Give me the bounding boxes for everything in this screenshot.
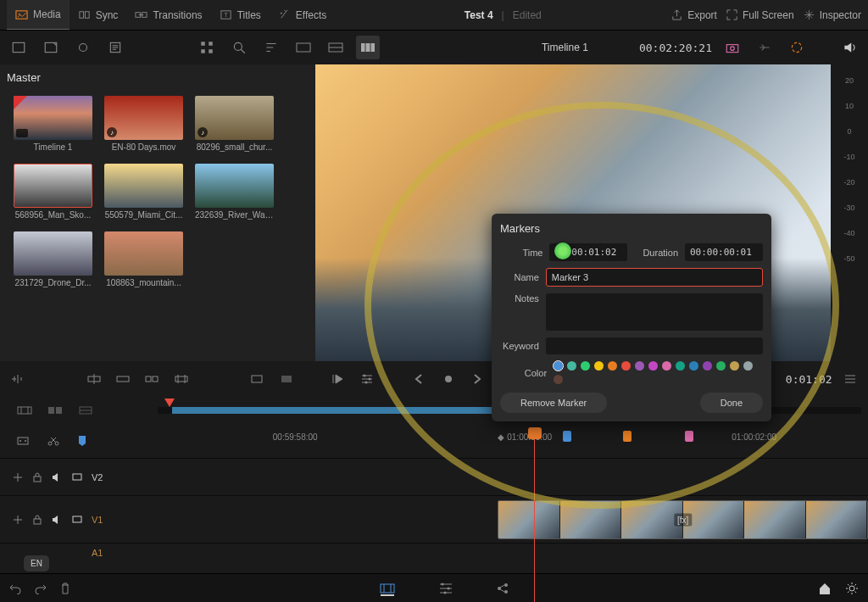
color-swatch[interactable] — [703, 361, 712, 371]
bypass-icon[interactable] — [753, 36, 776, 59]
track-expand-icon[interactable] — [12, 471, 24, 483]
next-icon[interactable] — [466, 367, 488, 391]
tab-sync[interactable]: Sync — [70, 0, 127, 30]
color-swatch[interactable] — [743, 361, 753, 371]
viewer-timecode[interactable]: 00:02:20:21 — [639, 42, 712, 54]
tab-transitions[interactable]: Transitions — [126, 0, 210, 30]
color-swatch[interactable] — [554, 375, 563, 384]
tool-icon[interactable] — [15, 403, 34, 418]
refresh-icon[interactable] — [71, 36, 95, 59]
blade-icon[interactable] — [46, 434, 61, 448]
page-cut-icon[interactable] — [377, 581, 398, 596]
monitor-icon[interactable] — [71, 472, 83, 482]
marker-name-input[interactable] — [546, 268, 763, 287]
timeline-marker[interactable] — [685, 431, 693, 442]
page-fusion-icon[interactable] — [494, 581, 511, 596]
capture-icon[interactable] — [721, 36, 744, 59]
clip-item[interactable]: 550579_Miami_Cit... — [104, 164, 183, 220]
timeline-marker[interactable] — [563, 431, 571, 442]
color-swatch[interactable] — [676, 361, 685, 371]
fit-icon[interactable] — [170, 367, 192, 391]
lock-icon[interactable] — [32, 471, 42, 483]
timeline-marker[interactable] — [623, 431, 632, 442]
inspector-button[interactable]: Inspector — [803, 8, 861, 21]
audio-track-a1[interactable]: A1 — [0, 543, 868, 561]
source-timecode[interactable]: 0:01:02 — [786, 373, 832, 386]
clip-item[interactable]: ♪ 80296_small_chur... — [195, 96, 274, 152]
audio-trim-icon[interactable] — [7, 367, 29, 391]
lock-icon[interactable] — [32, 514, 42, 526]
tab-effects[interactable]: Effects — [270, 0, 335, 30]
prev-icon[interactable] — [408, 367, 430, 391]
insert-icon[interactable] — [82, 367, 104, 391]
color-swatch[interactable] — [567, 361, 576, 371]
color-swatch[interactable] — [621, 361, 631, 371]
clip-item[interactable]: 568956_Man_Sko... — [14, 164, 92, 220]
clip-item[interactable]: ♪ EN-80 Days.mov — [104, 96, 183, 152]
color-swatch[interactable] — [689, 361, 698, 371]
language-badge[interactable]: EN — [24, 555, 49, 571]
frame-icon[interactable] — [246, 367, 268, 391]
color-swatch[interactable] — [635, 361, 644, 371]
color-swatch[interactable] — [554, 361, 563, 371]
replace-icon[interactable] — [141, 367, 163, 391]
record-icon[interactable] — [437, 367, 459, 391]
frame2-icon[interactable] — [275, 367, 297, 391]
timeline-clip[interactable]: [fx] — [498, 500, 868, 539]
play-sync-icon[interactable] — [327, 367, 349, 391]
color-wheel-icon[interactable] — [785, 36, 809, 59]
timeline-playhead[interactable] — [534, 429, 536, 602]
sliders-icon[interactable] — [356, 367, 378, 391]
metadata-icon[interactable] — [103, 36, 127, 59]
tool-icon[interactable] — [76, 403, 95, 418]
settings-icon[interactable] — [844, 581, 860, 596]
color-swatch[interactable] — [648, 361, 658, 371]
redo-icon[interactable] — [34, 582, 47, 594]
fullscreen-button[interactable]: Full Screen — [726, 8, 794, 21]
color-swatch[interactable] — [608, 361, 617, 371]
layout-btn-2[interactable] — [39, 36, 63, 59]
layout-btn-1[interactable] — [7, 36, 31, 59]
viewer-mode-3[interactable] — [356, 36, 380, 59]
grid-view-icon[interactable] — [195, 36, 219, 59]
mute-icon[interactable] — [51, 515, 63, 525]
export-button[interactable]: Export — [670, 8, 717, 21]
clip-item[interactable]: 231729_Drone_Dr... — [14, 231, 92, 287]
playhead-icon[interactable] — [164, 399, 175, 407]
trash-icon[interactable] — [59, 582, 71, 595]
clip-item[interactable]: 232639_River_Wat... — [195, 164, 274, 220]
speaker-icon[interactable] — [837, 36, 861, 59]
timeline-ruler[interactable]: 00:59:58:00 ◆ 01:00:00:00 01:00:02:00 — [151, 424, 868, 458]
tab-media[interactable]: Media — [7, 0, 70, 30]
menu-icon[interactable] — [839, 367, 861, 391]
marker-duration-input[interactable] — [685, 243, 763, 261]
bin-name[interactable]: Master — [0, 64, 315, 91]
remove-marker-button[interactable]: Remove Marker — [500, 393, 607, 413]
color-swatch[interactable] — [594, 361, 604, 371]
clip-item[interactable]: 108863_mountain... — [104, 231, 183, 287]
sort-icon[interactable] — [259, 36, 283, 59]
undo-icon[interactable] — [8, 582, 22, 594]
done-button[interactable]: Done — [700, 393, 763, 413]
color-swatch[interactable] — [716, 361, 726, 371]
color-swatch[interactable] — [730, 361, 739, 371]
marker-keyword-input[interactable] — [546, 337, 763, 354]
overwrite-icon[interactable] — [112, 367, 134, 391]
tab-titles[interactable]: T Titles — [211, 0, 270, 30]
color-swatch[interactable] — [662, 361, 671, 371]
clip-item[interactable]: Timeline 1 — [14, 96, 92, 152]
home-icon[interactable] — [817, 582, 832, 595]
video-track-v2[interactable]: V2 — [0, 458, 868, 495]
page-edit-icon[interactable] — [437, 581, 455, 596]
viewer-mode-1[interactable] — [292, 36, 315, 59]
video-track-v1[interactable]: V1 [fx] — [0, 495, 868, 543]
marker-notes-input[interactable] — [546, 293, 763, 331]
marker-tool-icon[interactable] — [76, 434, 88, 448]
snap-icon[interactable] — [15, 434, 31, 448]
track-expand-icon[interactable] — [12, 514, 24, 526]
mute-icon[interactable] — [51, 472, 63, 482]
viewer-mode-2[interactable] — [324, 36, 348, 59]
monitor-icon[interactable] — [71, 515, 83, 525]
color-swatch[interactable] — [581, 361, 590, 371]
tool-icon[interactable] — [46, 403, 64, 418]
